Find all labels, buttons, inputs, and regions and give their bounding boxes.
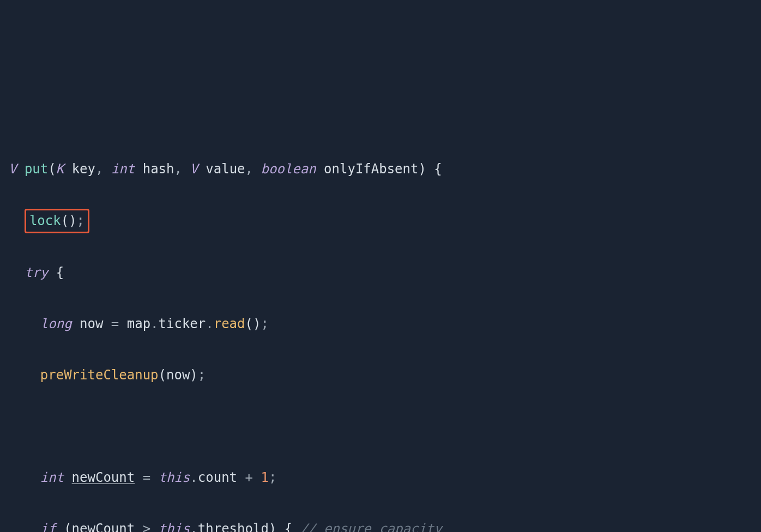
sp [56,521,64,532]
keyword: if [40,521,56,532]
paren: ) [190,367,197,383]
paren: ( [159,367,166,383]
keyword: int [40,470,64,485]
this: this [159,470,190,485]
param: key [72,161,95,177]
var: newCount [72,470,135,485]
indent [9,521,40,532]
param: value [206,161,245,177]
dot: . [150,316,158,331]
code-line-8[interactable]: if (newCount > this.threshold) { // ensu… [9,516,761,532]
paren: ) [418,161,426,177]
comment: // ensure capacity [300,521,442,532]
var: now [72,316,111,331]
method-call: preWriteCleanup [40,367,159,383]
code-line-4[interactable]: long now = map.ticker.read(); [9,311,761,337]
paren: ( [64,521,71,532]
brace: { [276,521,300,532]
semi: ; [269,470,276,485]
var: newCount [72,521,135,532]
op: = [111,316,119,331]
indent [9,213,25,228]
indent [9,316,40,331]
code-line-7[interactable]: int newCount = this.count + 1; [9,465,761,491]
keyword: int [111,161,135,177]
brace: { [426,161,442,177]
member: count [198,470,237,485]
type-token: V [190,161,197,177]
code-line-1[interactable]: V put(K key, int hash, V value, boolean … [9,156,761,182]
op: + [237,470,261,485]
dot: . [190,521,197,532]
semi: ; [198,367,206,383]
indent [9,265,25,280]
code-line-3[interactable]: try { [9,260,761,286]
paren: ) [269,521,276,532]
dot: . [190,470,197,485]
method-call: read [214,316,245,331]
number: 1 [261,470,268,485]
var: map [127,316,150,331]
type-token: V [9,161,16,177]
parens: () [245,316,261,331]
param: hash [143,161,174,177]
parens: () [61,213,77,228]
op: > [135,521,158,532]
punct: , [245,161,261,177]
semi: ; [261,316,268,331]
sp [64,470,71,485]
type-token: K [56,161,64,177]
dot: . [206,316,213,331]
indent [9,367,40,383]
op: = [135,470,158,485]
code-line-5[interactable]: preWriteCleanup(now); [9,362,761,388]
paren: ( [48,161,56,177]
method-call: lock [29,213,61,228]
sp [119,316,126,331]
member: threshold [198,521,269,532]
method-name: put [25,161,48,177]
param: onlyIfAbsent [324,161,418,177]
keyword: long [40,316,72,331]
keyword: try [25,265,48,280]
punct: , [174,161,190,177]
indent [9,470,40,485]
keyword: boolean [261,161,316,177]
arg: now [166,367,190,383]
this: this [159,521,190,532]
member: ticker [159,316,206,331]
code-line-blank[interactable] [9,414,761,439]
highlight-annotation: lock(); [25,209,89,233]
punct: , [95,161,111,177]
semi: ; [77,213,84,228]
brace: { [48,265,64,280]
code-line-2[interactable]: lock(); [9,208,761,234]
code-editor[interactable]: V put(K key, int hash, V value, boolean … [9,105,761,532]
